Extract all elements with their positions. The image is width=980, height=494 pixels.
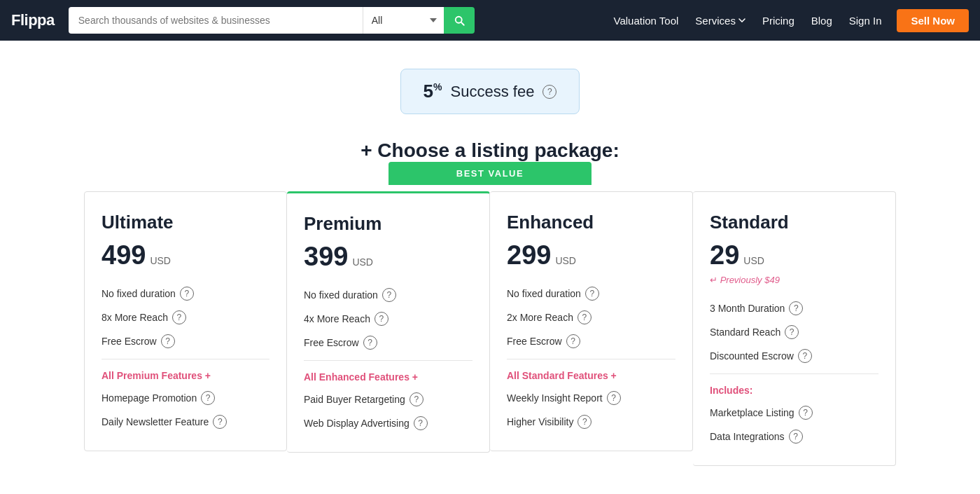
nav-pricing[interactable]: Pricing (755, 11, 802, 31)
search-category-select[interactable]: All Websites Apps Domains Ecommerce (363, 7, 444, 34)
feature-link-ultimate[interactable]: All Premium Features + (102, 365, 270, 386)
help-icon-visibility-enhanced[interactable]: ? (578, 415, 592, 429)
price-previously-standard: Previously $49 (710, 275, 878, 285)
help-icon-reach-ultimate[interactable]: ? (172, 310, 186, 324)
feature-no-fixed-duration-ultimate: No fixed duration ? (102, 282, 270, 306)
card-price-premium: 399 USD (304, 242, 472, 272)
nav-sign-in[interactable]: Sign In (842, 11, 889, 31)
help-icon-reach-enhanced[interactable]: ? (578, 310, 592, 324)
card-features-enhanced: No fixed duration ? 2x More Reach ? Free… (507, 282, 676, 434)
card-enhanced: Enhanced 299 USD No fixed duration ? 2x … (490, 191, 693, 451)
main-content: 5% Success fee ? + Choose a listing pack… (28, 41, 952, 494)
feature-includes-standard[interactable]: Includes: (710, 380, 878, 401)
feature-no-fixed-duration-enhanced: No fixed duration ? (507, 282, 676, 306)
nav-links: Valuation Tool Services Pricing Blog Sig… (607, 9, 969, 32)
help-icon-duration-ultimate[interactable]: ? (180, 287, 194, 301)
help-icon-duration-enhanced[interactable]: ? (585, 287, 599, 301)
feature-no-fixed-duration-premium: No fixed duration ? (304, 283, 472, 307)
card-standard: Standard 29 USD Previously $49 3 Month D… (693, 191, 896, 466)
feature-reach-standard: Standard Reach ? (710, 320, 878, 344)
card-title-premium: Premium (304, 213, 472, 235)
best-value-badge: BEST VALUE (388, 162, 592, 185)
help-icon-escrow-standard[interactable]: ? (798, 349, 812, 363)
divider-ultimate (102, 359, 270, 359)
price-currency-standard: USD (743, 255, 764, 266)
search-icon (453, 14, 465, 27)
card-features-standard: 3 Month Duration ? Standard Reach ? Disc… (710, 296, 878, 448)
choose-package-title: + Choose a listing package: (42, 139, 938, 162)
card-features-premium: No fixed duration ? 4x More Reach ? Free… (304, 283, 472, 435)
search-button[interactable] (444, 7, 475, 34)
help-icon-reach-standard[interactable]: ? (785, 325, 799, 339)
help-icon-listing-standard[interactable]: ? (799, 406, 813, 420)
divider-standard (710, 373, 878, 374)
card-price-ultimate: 499 USD (102, 240, 270, 270)
feature-reach-enhanced: 2x More Reach ? (507, 306, 676, 329)
feature-escrow-ultimate: Free Escrow ? (102, 329, 270, 353)
help-icon-homepage-ultimate[interactable]: ? (201, 391, 215, 405)
divider-enhanced (507, 359, 676, 359)
price-amount-premium: 399 (304, 242, 348, 272)
feature-newsletter-ultimate: Daily Newsletter Feature ? (102, 410, 270, 434)
price-currency-ultimate: USD (150, 255, 171, 266)
feature-link-premium[interactable]: All Enhanced Features + (304, 366, 472, 387)
price-amount-ultimate: 499 (102, 240, 146, 270)
divider-premium (304, 360, 472, 361)
help-icon-insight-enhanced[interactable]: ? (607, 391, 621, 405)
feature-reach-ultimate: 8x More Reach ? (102, 306, 270, 329)
help-icon-escrow-ultimate[interactable]: ? (161, 334, 175, 348)
feature-duration-standard: 3 Month Duration ? (710, 296, 878, 320)
feature-escrow-premium: Free Escrow ? (304, 331, 472, 355)
feature-reach-premium: 4x More Reach ? (304, 307, 472, 331)
card-ultimate: Ultimate 499 USD No fixed duration ? 8x … (84, 191, 287, 451)
nav-valuation-tool[interactable]: Valuation Tool (607, 11, 686, 31)
search-container: All Websites Apps Domains Ecommerce (69, 7, 475, 34)
card-price-standard: 29 USD (710, 240, 878, 270)
feature-integrations-standard: Data Integrations ? (710, 425, 878, 448)
price-currency-premium: USD (352, 256, 373, 268)
feature-escrow-standard: Discounted Escrow ? (710, 344, 878, 368)
feature-escrow-enhanced: Free Escrow ? (507, 329, 676, 353)
nav-services[interactable]: Services (688, 11, 752, 31)
feature-visibility-enhanced: Higher Visibility ? (507, 410, 676, 434)
feature-insight-enhanced: Weekly Insight Report ? (507, 386, 676, 410)
nav-blog[interactable]: Blog (804, 11, 839, 31)
card-title-ultimate: Ultimate (102, 212, 270, 233)
success-fee-section: 5% Success fee ? (42, 69, 938, 114)
help-icon-escrow-enhanced[interactable]: ? (566, 334, 580, 348)
help-icon-escrow-premium[interactable]: ? (363, 336, 377, 350)
search-input[interactable] (69, 7, 363, 34)
feature-link-enhanced[interactable]: All Standard Features + (507, 365, 676, 386)
help-icon-duration-premium[interactable]: ? (382, 288, 396, 302)
price-amount-enhanced: 299 (507, 240, 551, 270)
navbar: Flippa All Websites Apps Domains Ecommer… (0, 0, 980, 41)
help-icon-retargeting-premium[interactable]: ? (410, 392, 424, 406)
feature-display-premium: Web Display Advertising ? (304, 411, 472, 435)
sell-now-button[interactable]: Sell Now (897, 9, 969, 32)
help-icon-newsletter-ultimate[interactable]: ? (213, 415, 227, 429)
success-fee-label: Success fee (451, 83, 535, 101)
success-fee-box: 5% Success fee ? (400, 69, 580, 114)
card-title-enhanced: Enhanced (507, 212, 676, 233)
pricing-cards-wrapper: BEST VALUE Ultimate 499 USD No fixed dur… (42, 191, 938, 466)
card-premium: Premium 399 USD No fixed duration ? 4x M… (287, 191, 490, 453)
success-fee-help-icon[interactable]: ? (542, 85, 556, 99)
logo[interactable]: Flippa (11, 11, 55, 29)
card-title-standard: Standard (710, 212, 878, 233)
price-currency-enhanced: USD (555, 255, 576, 266)
feature-retargeting-premium: Paid Buyer Retargeting ? (304, 387, 472, 411)
help-icon-integrations-standard[interactable]: ? (789, 430, 803, 444)
help-icon-duration-standard[interactable]: ? (789, 301, 803, 315)
chevron-down-icon (738, 18, 746, 22)
help-icon-reach-premium[interactable]: ? (374, 312, 388, 326)
feature-listing-standard: Marketplace Listing ? (710, 401, 878, 425)
success-fee-percent: 5% (424, 81, 442, 102)
price-amount-standard: 29 (710, 240, 739, 270)
card-features-ultimate: No fixed duration ? 8x More Reach ? Free… (102, 282, 270, 434)
card-price-enhanced: 299 USD (507, 240, 676, 270)
feature-homepage-ultimate: Homepage Promotion ? (102, 386, 270, 410)
help-icon-display-premium[interactable]: ? (414, 416, 428, 430)
